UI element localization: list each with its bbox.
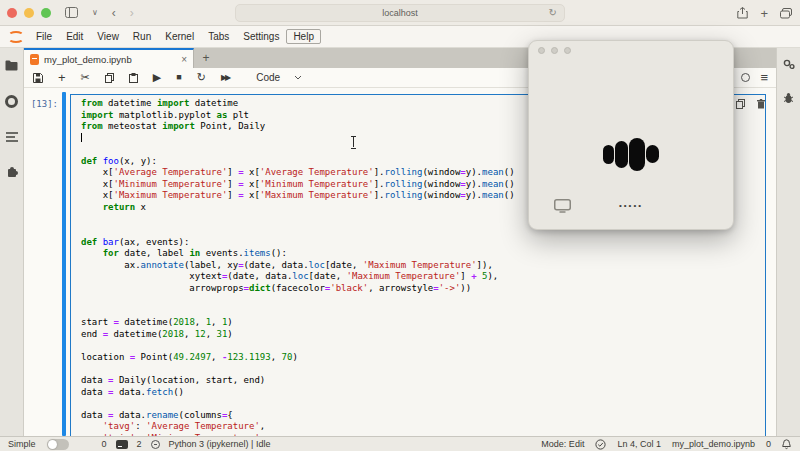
menu-run[interactable]: Run [126, 29, 158, 44]
cut-cell-icon[interactable]: ✂ [81, 72, 90, 83]
share-icon[interactable] [737, 7, 748, 19]
url-bar[interactable]: localhost ↻ [235, 4, 565, 22]
jupyter-logo-icon [7, 31, 21, 43]
reload-icon[interactable]: ↻ [549, 7, 557, 18]
statusbar-filename: my_plot_demo.ipynb [672, 439, 755, 449]
window-controls [538, 47, 571, 54]
inactive-close-icon[interactable] [538, 47, 545, 54]
waveform-bar [603, 145, 614, 164]
inactive-minimize-icon[interactable] [551, 47, 558, 54]
url-text: localhost [382, 8, 418, 18]
mode-indicator[interactable]: Mode: Edit [541, 439, 584, 449]
sidebar-chevron-icon[interactable]: ∨ [92, 9, 98, 17]
menu-settings[interactable]: Settings [236, 29, 286, 44]
window-footer: ••••• [529, 197, 733, 217]
restart-kernel-icon[interactable]: ↻ [197, 72, 206, 83]
menu-view[interactable]: View [90, 29, 126, 44]
right-sidebar [776, 48, 800, 436]
menu-kernel[interactable]: Kernel [158, 29, 201, 44]
toolbar-menu-icon[interactable]: ≡ [760, 70, 768, 85]
zoom-window-button[interactable] [41, 8, 51, 18]
copy-cell-icon[interactable] [105, 73, 114, 83]
simple-mode-toggle[interactable] [47, 439, 69, 450]
screen: ∨ ‹ › localhost ↻ + File Edit View Run K… [0, 0, 800, 451]
code-line[interactable] [81, 294, 765, 306]
status-bar: Simple 0 2 Python 3 (ipykernel) | Idle M… [0, 436, 800, 451]
menu-edit[interactable]: Edit [59, 29, 90, 44]
floating-window[interactable]: ••••• [528, 40, 734, 230]
code-line[interactable]: ax.annotate(label, xy=(date, data.loc[da… [81, 260, 765, 272]
code-line[interactable]: 'tavg': 'Average Temperature', [81, 421, 765, 433]
menu-tabs[interactable]: Tabs [201, 29, 236, 44]
debugger-bug-icon[interactable] [783, 92, 794, 104]
cell-type-dropdown[interactable]: Code [256, 72, 302, 83]
paste-cell-icon[interactable] [129, 73, 138, 83]
terminal-icon[interactable] [116, 440, 128, 449]
new-launcher-button[interactable]: + [194, 48, 218, 68]
back-button[interactable]: ‹ [112, 7, 116, 19]
inactive-zoom-icon[interactable] [564, 47, 571, 54]
notebook-file-icon [30, 54, 39, 65]
file-browser-icon[interactable] [5, 60, 18, 71]
code-line[interactable]: arrowprops=dict(facecolor='black', arrow… [81, 283, 765, 295]
code-line[interactable]: start = datetime(2018, 1, 1) [81, 317, 765, 329]
forward-button[interactable]: › [130, 7, 134, 19]
stop-kernel-icon[interactable]: ■ [176, 73, 181, 82]
minimize-window-button[interactable] [24, 8, 34, 18]
running-kernels-icon[interactable] [5, 95, 18, 108]
page-dots: ••••• [529, 201, 733, 210]
code-line[interactable] [81, 364, 765, 376]
simple-mode-label: Simple [8, 439, 36, 449]
delete-cell-icon[interactable] [757, 99, 765, 109]
notification-count: 0 [766, 439, 771, 449]
tab-close-icon[interactable]: × [181, 54, 187, 65]
code-line[interactable] [81, 306, 765, 318]
restart-run-all-icon[interactable]: ▶▶ [221, 74, 229, 82]
code-line[interactable]: for date, label in events.items(): [81, 248, 765, 260]
close-window-button[interactable] [7, 8, 17, 18]
code-line[interactable]: data = data.fetch() [81, 387, 765, 399]
property-inspector-icon[interactable] [783, 58, 795, 70]
text-cursor-pointer [350, 136, 357, 147]
code-line[interactable]: data = data.rename(columns={ [81, 410, 765, 422]
left-sidebar [0, 48, 24, 436]
kernel-count: 2 [137, 439, 142, 449]
terminal-count: 0 [102, 439, 107, 449]
waveform-bar [629, 138, 645, 171]
code-line[interactable]: data = Daily(location, start, end) [81, 375, 765, 387]
table-of-contents-icon[interactable] [6, 132, 18, 142]
cell-toolbar [736, 99, 765, 109]
waveform-bar [646, 145, 659, 163]
menu-help[interactable]: Help [286, 29, 321, 44]
add-cell-icon[interactable]: + [58, 71, 66, 84]
code-line[interactable]: def bar(ax, events): [81, 237, 765, 249]
save-icon[interactable] [33, 73, 43, 83]
code-line[interactable]: end = datetime(2018, 12, 31) [81, 329, 765, 341]
tab-overview-icon[interactable] [780, 8, 792, 19]
text-caret [81, 133, 82, 142]
chevron-down-icon [294, 75, 302, 80]
saved-check-icon [595, 439, 606, 450]
code-line[interactable] [81, 340, 765, 352]
run-cell-icon[interactable]: ▶ [153, 72, 161, 83]
notifications-bell-icon[interactable] [782, 439, 791, 450]
notebook-tab[interactable]: my_plot_demo.ipynb × [24, 48, 194, 68]
duplicate-cell-icon[interactable] [736, 99, 745, 109]
menu-file[interactable]: File [29, 29, 59, 44]
code-line[interactable]: xytext=(date, data.loc[date, 'Maximum Te… [81, 271, 765, 283]
tab-title: my_plot_demo.ipynb [44, 54, 176, 65]
waveform-bar [615, 141, 628, 168]
cursor-position[interactable]: Ln 4, Col 1 [617, 439, 661, 449]
waveform [529, 119, 733, 189]
cell-type-value: Code [256, 72, 280, 83]
code-line[interactable]: location = Point(49.2497, -123.1193, 70) [81, 352, 765, 364]
extension-manager-icon[interactable] [6, 166, 18, 178]
kernel-sessions-icon[interactable] [151, 440, 160, 449]
kernel-status-text[interactable]: Python 3 (ipykernel) | Idle [169, 439, 271, 449]
new-tab-button[interactable]: + [760, 6, 768, 21]
code-line[interactable] [81, 398, 765, 410]
kernel-status-icon[interactable] [741, 73, 750, 82]
cell-execution-prompt: [13]: [24, 99, 58, 109]
active-cell-indicator[interactable] [62, 92, 66, 436]
sidebar-toggle-icon[interactable] [65, 7, 78, 18]
